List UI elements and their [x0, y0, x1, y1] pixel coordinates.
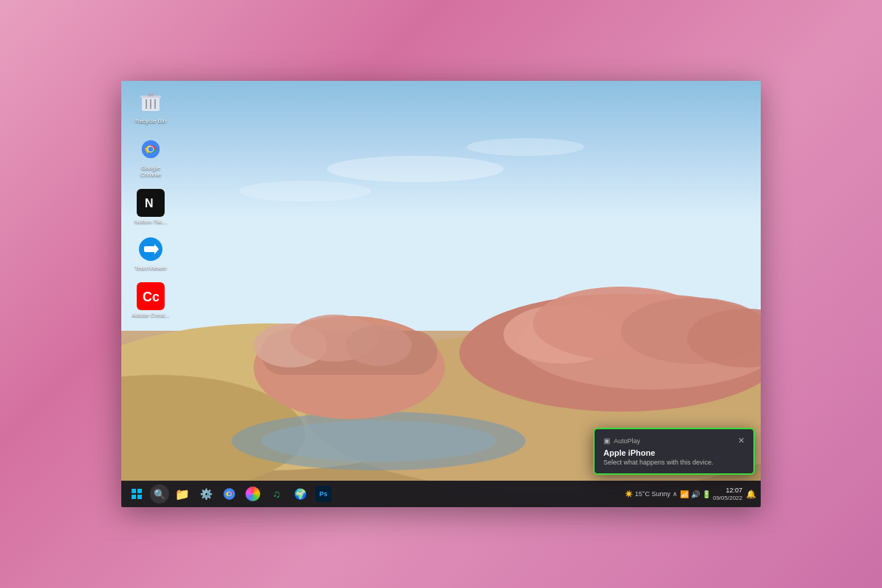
desktop-icon-adobe[interactable]: Cc Adobe Creat... [132, 282, 170, 319]
desktop-window: Recycle Bin Google Chrome N [121, 81, 761, 507]
chrome-icon [137, 135, 165, 163]
desktop-icon-notion[interactable]: N Notion-Tiki... [132, 189, 170, 226]
notif-header: ▣ AutoPlay ✕ [603, 437, 745, 445]
clock-date: 09/05/2022 [713, 495, 742, 501]
svg-rect-41 [137, 495, 142, 499]
notion-icon: N [137, 189, 165, 217]
color-app-icon [245, 487, 260, 501]
svg-point-7 [261, 420, 496, 462]
svg-rect-40 [132, 495, 136, 499]
search-icon: 🔍 [154, 489, 165, 500]
browser-icon: 🌍 [294, 488, 306, 500]
taskbar-spotify[interactable]: ♫ [265, 483, 287, 505]
svg-rect-39 [137, 489, 142, 493]
svg-rect-24 [148, 93, 154, 96]
svg-point-20 [467, 138, 584, 156]
systray: ☀️ 15°C Sunny ∧ 📶 🔊 🔋 12:07 09/05/2022 🔔 [625, 487, 756, 502]
adobe-icon: Cc [137, 282, 165, 310]
chrome-label: Google Chrome [132, 165, 170, 179]
file-explorer-button[interactable]: 📁 [171, 483, 193, 505]
battery-icon[interactable]: 🔋 [702, 490, 711, 498]
teamviewer-icon [137, 235, 165, 263]
tray-expand-icon[interactable]: ∧ [673, 490, 678, 498]
volume-icon[interactable]: 🔊 [691, 490, 700, 498]
desktop-icon-chrome[interactable]: Google Chrome [132, 135, 170, 179]
svg-text:Cc: Cc [143, 290, 159, 304]
notif-title-row: ▣ AutoPlay [603, 437, 640, 445]
weather-icon: ☀️ [625, 490, 633, 498]
notif-app-name: AutoPlay [614, 437, 640, 445]
notif-body-title: Apple iPhone [603, 448, 745, 457]
svg-point-18 [345, 325, 412, 366]
recycle-bin-label: Recycle Bin [135, 118, 166, 125]
svg-rect-38 [132, 489, 136, 493]
taskbar-browser[interactable]: 🌍 [289, 483, 311, 505]
desktop-icon-teamviewer[interactable]: TeamViewer [132, 235, 170, 272]
taskbar-photoshop[interactable]: Ps [312, 483, 334, 505]
notion-label: Notion-Tiki... [135, 218, 168, 226]
notif-body-text: Select what happens with this device. [603, 459, 745, 466]
notif-close-button[interactable]: ✕ [738, 437, 745, 445]
taskbar: 🔍 📁 ⚙️ ♫ [121, 481, 761, 507]
network-icon[interactable]: 📶 [680, 490, 689, 498]
settings-icon: ⚙️ [200, 488, 212, 500]
search-button[interactable]: 🔍 [150, 484, 169, 503]
file-explorer-icon: 📁 [175, 487, 190, 501]
start-button[interactable] [126, 483, 148, 505]
spotify-icon: ♫ [273, 488, 281, 500]
teamviewer-label: TeamViewer [135, 265, 167, 272]
recycle-bin-icon [137, 88, 165, 116]
weather-temp: ☀️ 15°C Sunny [625, 490, 670, 498]
clock-area[interactable]: 12:07 09/05/2022 [713, 487, 742, 502]
taskbar-colorapp[interactable] [242, 483, 264, 505]
settings-button[interactable]: ⚙️ [195, 483, 217, 505]
notification-bell-icon[interactable]: 🔔 [746, 490, 756, 499]
svg-text:N: N [145, 197, 154, 209]
photoshop-icon: Ps [315, 486, 331, 502]
svg-point-19 [327, 156, 503, 182]
taskbar-chrome[interactable] [218, 483, 240, 505]
svg-point-44 [228, 492, 232, 496]
adobe-label: Adobe Creat... [132, 312, 170, 319]
svg-point-30 [148, 146, 154, 151]
svg-point-21 [239, 181, 371, 201]
autoplay-icon: ▣ [603, 437, 610, 445]
notification-popup: ▣ AutoPlay ✕ Apple iPhone Select what ha… [593, 428, 755, 475]
clock-time: 12:07 [713, 487, 742, 495]
desktop-icon-recycle-bin[interactable]: Recycle Bin [132, 88, 170, 125]
desktop-icons: Recycle Bin Google Chrome N [132, 88, 170, 319]
